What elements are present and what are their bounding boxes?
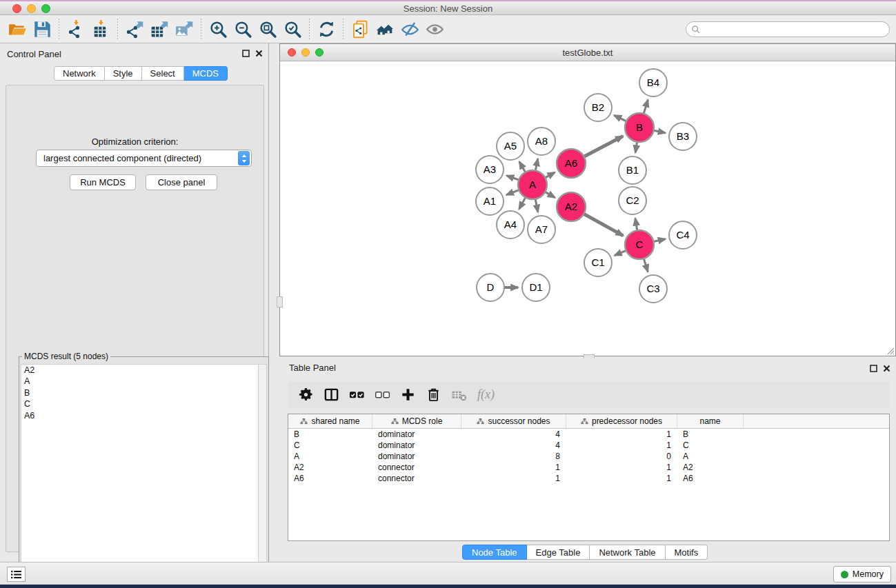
select-all-button[interactable]: [344, 384, 370, 406]
tab-edge-table[interactable]: Edge Table: [527, 545, 590, 560]
table-cell[interactable]: A6: [288, 473, 372, 484]
float-panel-icon[interactable]: [242, 50, 250, 57]
table-cell[interactable]: connector: [372, 473, 461, 484]
refresh-layout-button[interactable]: [314, 17, 339, 41]
float-table-panel-icon[interactable]: [870, 365, 877, 372]
import-table-button[interactable]: [88, 17, 113, 41]
table-cell[interactable]: dominator: [372, 440, 461, 451]
result-item[interactable]: C: [21, 398, 266, 409]
edge-B-B4[interactable]: [644, 100, 648, 114]
result-item[interactable]: A: [21, 376, 266, 387]
edge-C-C3[interactable]: [644, 258, 648, 272]
tab-mcds[interactable]: MCDS: [184, 66, 228, 81]
edge-B-B1[interactable]: [635, 142, 637, 153]
edge-A-A6[interactable]: [545, 172, 555, 178]
delete-table-button[interactable]: [446, 384, 472, 406]
column-header-name[interactable]: name: [677, 414, 744, 428]
edge-A-A4[interactable]: [519, 197, 526, 209]
list-scrollbar[interactable]: [258, 365, 266, 588]
result-item[interactable]: A2: [21, 365, 266, 376]
edge-C-C2[interactable]: [635, 219, 637, 231]
edge-A-A2[interactable]: [545, 192, 555, 197]
table-row[interactable]: A6connector11A6: [288, 473, 889, 484]
table-row[interactable]: Adominator80A: [288, 451, 889, 462]
show-details-button[interactable]: [422, 17, 447, 41]
table-cell[interactable]: A: [288, 451, 372, 462]
table-row[interactable]: A2connector11A2: [288, 462, 889, 473]
result-item[interactable]: B: [21, 387, 266, 398]
table-cell[interactable]: connector: [372, 462, 461, 473]
table-cell[interactable]: A2: [288, 462, 372, 473]
select-stepper[interactable]: [238, 151, 250, 165]
network-window-titlebar[interactable]: testGlobe.txt: [280, 44, 895, 61]
edge-A-A1[interactable]: [506, 190, 519, 195]
tab-network-table[interactable]: Network Table: [590, 545, 665, 560]
resize-grip-icon[interactable]: [885, 345, 895, 355]
result-item[interactable]: A6: [21, 410, 266, 421]
edge-A6-B[interactable]: [584, 136, 624, 157]
table-cell[interactable]: C: [677, 440, 744, 451]
network-canvas[interactable]: B4B2BB3B1A5A8A6A3AA1A2A4A7C2CC1C4C3DD1: [280, 61, 895, 356]
tab-node-table[interactable]: Node Table: [462, 545, 527, 560]
hide-details-button[interactable]: [397, 17, 422, 41]
table-cell[interactable]: B: [288, 429, 372, 440]
delete-column-button[interactable]: [421, 384, 446, 406]
open-file-button[interactable]: [5, 17, 30, 41]
edge-C-C1[interactable]: [615, 250, 626, 255]
table-settings-button[interactable]: [293, 384, 319, 406]
column-header-successor-nodes[interactable]: successor nodes: [461, 414, 566, 428]
table-row[interactable]: Bdominator41B: [288, 429, 889, 440]
close-panel-icon[interactable]: [255, 50, 263, 57]
close-panel-button[interactable]: Close panel: [146, 174, 217, 190]
edge-B-B2[interactable]: [614, 115, 626, 121]
save-session-button[interactable]: [30, 17, 54, 41]
clone-network-button[interactable]: [348, 17, 372, 41]
zoom-selected-button[interactable]: [280, 17, 305, 41]
export-table-button[interactable]: [147, 17, 172, 41]
table-cell[interactable]: dominator: [372, 429, 461, 440]
export-network-button[interactable]: [122, 17, 147, 41]
zoom-fit-button[interactable]: [255, 17, 280, 41]
import-network-button[interactable]: [63, 17, 88, 41]
memory-button[interactable]: Memory: [833, 566, 891, 582]
tab-select[interactable]: Select: [142, 66, 184, 81]
table-cell[interactable]: 4: [461, 429, 566, 440]
zoom-out-button[interactable]: [230, 17, 255, 41]
function-builder-button[interactable]: f(x): [472, 384, 497, 406]
run-mcds-button[interactable]: Run MCDS: [70, 174, 136, 190]
add-column-button[interactable]: [395, 384, 421, 406]
task-history-button[interactable]: [7, 567, 26, 582]
table-cell[interactable]: 1: [461, 462, 566, 473]
column-header-MCDS-role[interactable]: MCDS role: [372, 414, 461, 428]
splitter-handle-left[interactable]: [277, 296, 283, 307]
edge-A-A5[interactable]: [519, 162, 526, 172]
table-row[interactable]: Cdominator41C: [288, 440, 889, 451]
column-header-predecessor-nodes[interactable]: predecessor nodes: [566, 414, 677, 428]
tab-network[interactable]: Network: [54, 66, 105, 81]
edge-A-A7[interactable]: [535, 199, 538, 212]
tab-style[interactable]: Style: [105, 66, 142, 81]
edge-C-C4[interactable]: [653, 239, 665, 242]
mcds-result-list[interactable]: A2ABCA6: [21, 364, 267, 588]
main-titlebar[interactable]: Session: New Session: [0, 1, 896, 15]
tab-motifs[interactable]: Motifs: [666, 545, 708, 560]
table-cell[interactable]: 1: [461, 473, 566, 484]
edge-A-A3[interactable]: [507, 176, 519, 180]
table-cell[interactable]: A6: [677, 473, 744, 484]
table-cell[interactable]: 4: [461, 440, 566, 451]
table-cell[interactable]: C: [288, 440, 372, 451]
table-cell[interactable]: A: [677, 451, 744, 462]
column-header-shared-name[interactable]: shared name: [288, 414, 372, 428]
export-image-button[interactable]: [172, 17, 197, 41]
table-cell[interactable]: 1: [566, 440, 677, 451]
table-cell[interactable]: dominator: [372, 451, 461, 462]
search-input[interactable]: [701, 25, 889, 34]
table-cell[interactable]: 8: [461, 451, 566, 462]
table-cell[interactable]: 1: [566, 429, 677, 440]
criterion-select[interactable]: largest connected component (directed): [36, 150, 252, 167]
zoom-in-button[interactable]: [206, 17, 230, 41]
table-cell[interactable]: 1: [566, 473, 677, 484]
edge-A2-C[interactable]: [584, 214, 623, 236]
search-field[interactable]: [686, 21, 890, 37]
edge-A-A8[interactable]: [535, 159, 538, 170]
